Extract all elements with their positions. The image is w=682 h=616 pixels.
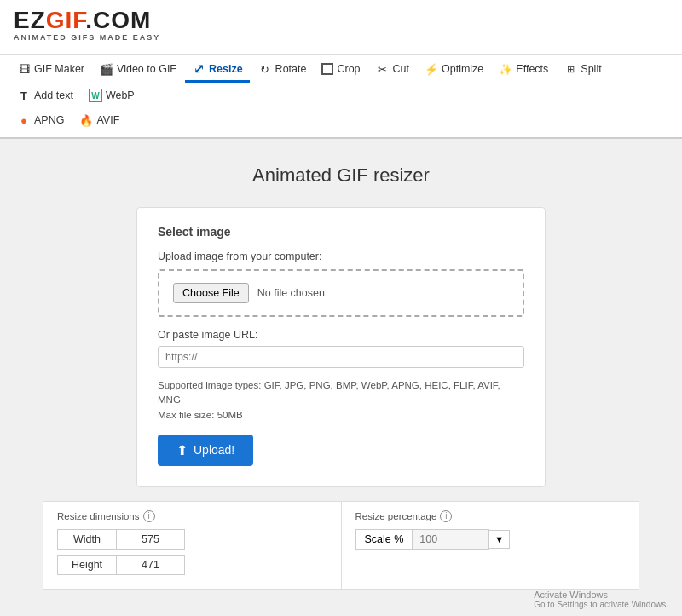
no-file-text: No file chosen: [257, 287, 325, 299]
nav-item-video-to-gif[interactable]: 🎬 Video to GIF: [93, 58, 183, 83]
nav-item-cut[interactable]: ✂ Cut: [369, 58, 416, 83]
nav-label-crop: Crop: [337, 63, 360, 75]
nav-item-optimize[interactable]: ⚡ Optimize: [418, 58, 490, 83]
nav-label-resize: Resize: [209, 63, 243, 75]
nav-item-webp[interactable]: W WebP: [82, 84, 142, 109]
split-icon: ⊞: [564, 62, 577, 76]
scale-percent-button[interactable]: Scale %: [355, 529, 413, 550]
height-value: 471: [117, 555, 185, 575]
apng-icon: ●: [17, 113, 31, 127]
cut-icon: ✂: [376, 62, 390, 76]
width-value: 575: [117, 529, 185, 550]
nav-item-apng[interactable]: ● APNG: [10, 109, 71, 134]
rotate-icon: ↻: [258, 62, 272, 76]
logo-gif: GIF: [46, 7, 86, 33]
nav-item-split[interactable]: ⊞ Split: [557, 58, 608, 83]
logo-subtitle: ANIMATED GIFS MADE EASY: [14, 33, 668, 42]
nav-label-avif: AVIF: [96, 114, 119, 126]
height-label: Height: [57, 555, 117, 575]
nav-item-effects[interactable]: ✨ Effects: [492, 58, 555, 83]
crop-icon: [321, 63, 333, 75]
width-row: Width 575: [57, 529, 327, 550]
upload-button[interactable]: ⬆ Upload!: [158, 435, 253, 466]
effects-icon: ✨: [499, 62, 512, 76]
scale-dropdown-button[interactable]: ▼: [489, 530, 510, 549]
nav-label-webp: WebP: [106, 89, 135, 101]
resize-icon: ⤢: [192, 62, 205, 76]
logo-text: EZGIF.COM: [14, 9, 668, 32]
nav-item-rotate[interactable]: ↻ Rotate: [251, 58, 314, 83]
page-title: Animated GIF resizer: [14, 164, 668, 187]
upload-label: Upload image from your computer:: [158, 250, 524, 262]
header: EZGIF.COM ANIMATED GIFS MADE EASY: [0, 0, 682, 55]
avif-icon: 🔥: [79, 113, 93, 127]
upload-btn-label: Upload!: [194, 443, 234, 457]
url-input[interactable]: [158, 346, 524, 368]
nav-item-avif[interactable]: 🔥 AVIF: [72, 109, 126, 134]
nav-label-effects: Effects: [516, 63, 548, 75]
nav-label-gif-maker: GIF Maker: [34, 63, 84, 75]
resize-pct-header: Resize percentage i: [355, 510, 626, 522]
nav-label-apng: APNG: [34, 114, 64, 126]
add-text-icon: T: [17, 89, 31, 102]
nav-label-rotate: Rotate: [275, 63, 307, 75]
scale-input[interactable]: [413, 529, 489, 550]
card-section-title: Select image: [158, 225, 524, 239]
main-content: Animated GIF resizer Select image Upload…: [0, 139, 682, 590]
resize-dimensions-panel: Resize dimensions i Width 575 Height 471: [43, 502, 342, 589]
resize-pct-label: Resize percentage: [355, 511, 437, 521]
nav-label-optimize: Optimize: [442, 63, 483, 75]
nav-label-split: Split: [581, 63, 601, 75]
or-paste-label: Or paste image URL:: [158, 329, 524, 341]
resize-percentage-panel: Resize percentage i Scale % ▼: [342, 502, 639, 589]
height-row: Height 471: [57, 555, 327, 575]
upload-icon: ⬆: [176, 442, 188, 458]
nav-item-crop[interactable]: Crop: [315, 59, 367, 82]
resize-pct-info-icon[interactable]: i: [440, 510, 452, 522]
resize-dim-header: Resize dimensions i: [57, 510, 327, 522]
logo-com: .COM: [85, 7, 151, 33]
logo-ez: EZ: [14, 7, 46, 33]
nav-label-add-text: Add text: [34, 89, 73, 101]
gif-maker-icon: 🎞: [17, 62, 31, 76]
nav-label-video-to-gif: Video to GIF: [117, 63, 176, 75]
logo: EZGIF.COM ANIMATED GIFS MADE EASY: [14, 9, 668, 42]
nav-label-cut: Cut: [393, 63, 409, 75]
upload-card: Select image Upload image from your comp…: [136, 207, 546, 487]
width-label: Width: [57, 529, 117, 550]
nav-item-add-text[interactable]: T Add text: [10, 84, 80, 109]
nav-row-2: ● APNG 🔥 AVIF: [10, 109, 672, 137]
nav-row-1: 🎞 GIF Maker 🎬 Video to GIF ⤢ Resize ↻ Ro…: [10, 58, 672, 109]
optimize-icon: ⚡: [425, 62, 438, 76]
video-to-gif-icon: 🎬: [100, 62, 113, 76]
supported-types-text: Supported image types: GIF, JPG, PNG, BM…: [158, 378, 524, 423]
resize-dim-info-icon[interactable]: i: [143, 510, 155, 522]
webp-icon: W: [89, 89, 102, 102]
file-upload-area: Choose File No file chosen: [158, 269, 524, 317]
navigation: 🎞 GIF Maker 🎬 Video to GIF ⤢ Resize ↻ Ro…: [0, 55, 682, 139]
nav-item-gif-maker[interactable]: 🎞 GIF Maker: [10, 58, 91, 83]
scale-row: Scale % ▼: [355, 529, 626, 550]
resize-dim-label: Resize dimensions: [57, 511, 140, 521]
nav-item-resize[interactable]: ⤢ Resize: [185, 58, 250, 83]
choose-file-button[interactable]: Choose File: [173, 283, 249, 303]
bottom-section: Resize dimensions i Width 575 Height 471…: [43, 501, 639, 590]
